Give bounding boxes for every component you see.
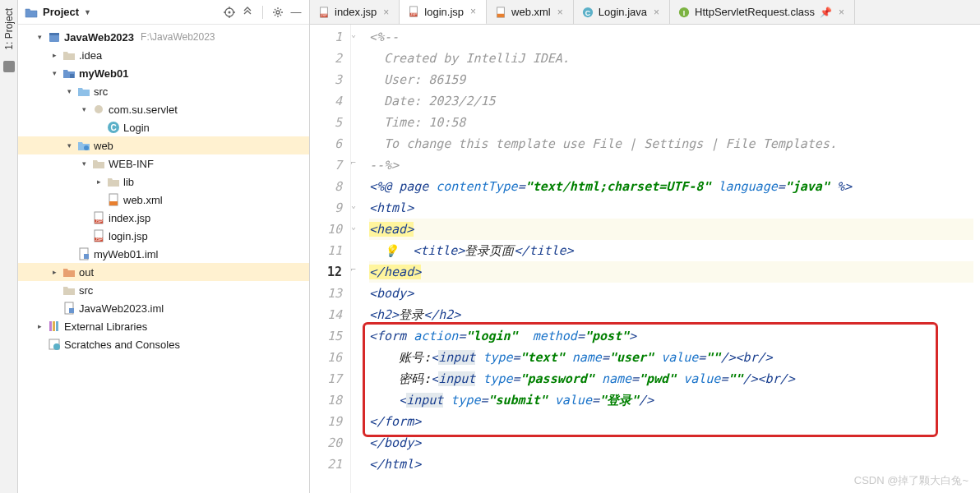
project-tree[interactable]: ▾JavaWeb2023F:\JavaWeb2023▸.idea▾myWeb01… (18, 25, 309, 493)
code-lines[interactable]: <%-- Created by IntelliJ IDEA. User: 861… (363, 25, 980, 493)
code-line-11[interactable]: 💡 <title>登录页面</title> (369, 240, 973, 261)
code-line-5[interactable]: Time: 10:58 (369, 112, 973, 133)
code-line-3[interactable]: User: 86159 (369, 69, 973, 90)
class-icon: C (582, 7, 594, 18)
tree-node-web-xml[interactable]: ▸web.xml (18, 191, 309, 209)
close-tab-icon[interactable]: × (469, 6, 478, 17)
svg-point-9 (84, 145, 89, 150)
tree-node-out[interactable]: ▸out (18, 263, 309, 281)
tab-label: web.xml (511, 6, 551, 18)
code-line-14[interactable]: <h2>登录</h2> (369, 304, 973, 325)
jsp-icon: JSP (92, 211, 105, 224)
project-view-icon (25, 7, 38, 18)
line-number: 8 (310, 176, 342, 197)
code-line-6[interactable]: To change this template use File | Setti… (369, 133, 973, 154)
code-editor[interactable]: 123456789101112131415161718192021 ⌄⌐⌄⌄⌐ … (310, 25, 980, 493)
tree-node-web[interactable]: ▾web (18, 136, 309, 154)
code-line-18[interactable]: <input type="submit" value="登录"/> (369, 389, 973, 411)
close-tab-icon[interactable]: × (381, 7, 391, 18)
side-tool-icon[interactable] (3, 61, 15, 72)
fold-icon[interactable]: ⌐ (351, 265, 356, 274)
tree-label: JavaWeb2023 (64, 31, 134, 44)
tab-login-java[interactable]: CLogin.java× (574, 0, 670, 24)
tree-label: External Libraries (64, 320, 147, 333)
chevron-down-icon[interactable]: ▾ (49, 69, 59, 77)
tree-node-login-jsp[interactable]: ▸JSPlogin.jsp (18, 227, 309, 245)
tab-httpservletrequest-class[interactable]: IHttpServletRequest.class📌× (670, 0, 855, 24)
chevron-right-icon[interactable]: ▸ (94, 177, 104, 186)
tree-node-lib[interactable]: ▸lib (18, 173, 309, 191)
code-line-15[interactable]: <form action="login" method="post"> (369, 325, 973, 347)
tree-node-javaweb2023[interactable]: ▾JavaWeb2023F:\JavaWeb2023 (18, 28, 309, 46)
svg-point-6 (95, 105, 103, 113)
line-number: 2 (310, 48, 342, 69)
code-line-7[interactable]: --%> (369, 154, 973, 176)
code-line-8[interactable]: <%@ page contentType="text/html;charset=… (369, 176, 973, 197)
tab-web-xml[interactable]: web.xml× (487, 0, 574, 24)
tree-node-scratches-and-consoles[interactable]: ▸Scratches and Consoles (18, 335, 309, 353)
svg-rect-22 (49, 321, 52, 331)
close-tab-icon[interactable]: × (837, 7, 846, 18)
project-tool-tab[interactable]: 1: Project (2, 4, 16, 54)
fold-icon[interactable]: ⌄ (351, 200, 356, 210)
tree-node--idea[interactable]: ▸.idea (18, 46, 309, 64)
project-panel-header: Project ▼ — (18, 0, 309, 25)
expand-all-icon[interactable] (241, 6, 254, 19)
tab-label: Login.java (599, 6, 647, 18)
code-line-4[interactable]: Date: 2023/2/15 (369, 90, 973, 112)
tree-label: web (94, 140, 113, 152)
chevron-down-icon[interactable]: ▾ (79, 159, 89, 168)
code-line-21[interactable]: </html> (369, 454, 973, 475)
line-number: 9 (310, 197, 342, 219)
locate-icon[interactable] (223, 6, 236, 19)
code-line-17[interactable]: 密码:<input type="password" name="pwd" val… (369, 368, 973, 389)
tree-node-myweb01[interactable]: ▾myWeb01 (18, 64, 309, 82)
tree-node-com-su-servlet[interactable]: ▾com.su.servlet (18, 100, 309, 118)
folder-icon (62, 48, 76, 62)
code-line-10[interactable]: <head> (369, 219, 973, 240)
chevron-right-icon[interactable]: ▸ (49, 268, 59, 276)
chevron-down-icon[interactable]: ▾ (79, 105, 89, 113)
tree-node-index-jsp[interactable]: ▸JSPindex.jsp (18, 209, 309, 227)
chevron-down-icon[interactable]: ▾ (64, 87, 74, 95)
close-tab-icon[interactable]: × (556, 7, 565, 18)
chevron-right-icon[interactable]: ▸ (49, 51, 59, 59)
pin-icon[interactable]: 📌 (820, 7, 832, 18)
tree-node-src[interactable]: ▾src (18, 82, 309, 100)
tree-node-src[interactable]: ▸src (18, 281, 309, 299)
tree-node-login[interactable]: ▸CLogin (18, 118, 309, 136)
folder-out-icon (62, 265, 76, 279)
code-line-16[interactable]: 账号:<input type="text" name="user" value=… (369, 347, 973, 368)
tree-node-external-libraries[interactable]: ▸External Libraries (18, 317, 309, 335)
jsp-icon: JSP (92, 229, 105, 242)
tree-label: Login (123, 122, 150, 134)
tab-login-jsp[interactable]: JSPlogin.jsp× (400, 0, 487, 25)
chevron-right-icon[interactable]: ▸ (35, 322, 44, 330)
close-tab-icon[interactable]: × (652, 7, 661, 18)
tree-node-web-inf[interactable]: ▾WEB-INF (18, 154, 309, 173)
code-line-9[interactable]: <html> (369, 197, 973, 219)
chevron-down-icon[interactable]: ▾ (35, 33, 44, 41)
chevron-down-icon[interactable]: ▾ (64, 141, 74, 150)
fold-icon[interactable]: ⌄ (351, 222, 356, 231)
svg-rect-4 (49, 33, 59, 35)
code-line-13[interactable]: <body> (369, 283, 973, 304)
fold-icon[interactable]: ⌐ (351, 158, 356, 167)
fold-icon[interactable]: ⌄ (351, 30, 356, 39)
panel-dropdown-icon[interactable]: ▼ (84, 8, 91, 16)
panel-title: Project (43, 6, 79, 18)
tree-node-javaweb2023-iml[interactable]: ▸JavaWeb2023.iml (18, 299, 309, 317)
code-line-19[interactable]: </form> (369, 411, 973, 432)
line-number: 19 (310, 411, 342, 432)
gear-icon[interactable] (271, 6, 284, 19)
tab-index-jsp[interactable]: JSPindex.jsp× (310, 0, 400, 24)
xml-icon (107, 193, 120, 206)
code-line-1[interactable]: <%-- (369, 26, 973, 48)
code-line-2[interactable]: Created by IntelliJ IDEA. (369, 48, 973, 69)
code-line-12[interactable]: </head> (369, 261, 973, 283)
code-line-20[interactable]: </body> (369, 432, 973, 454)
tree-node-myweb01-iml[interactable]: ▸myWeb01.iml (18, 245, 309, 263)
folder-icon (62, 283, 76, 297)
line-number: 10 (310, 219, 342, 240)
hide-icon[interactable]: — (289, 6, 303, 19)
